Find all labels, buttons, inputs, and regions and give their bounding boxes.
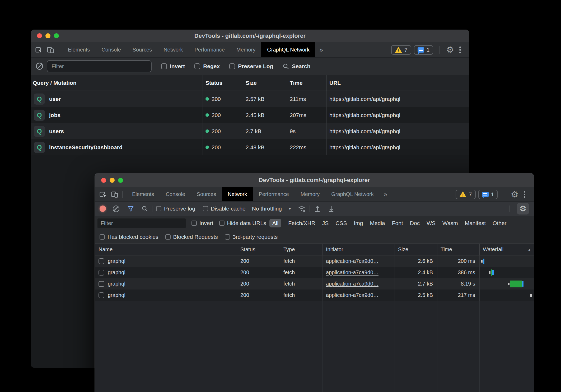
invert-checkbox[interactable] [191, 221, 197, 226]
graphql-filter-input[interactable] [47, 60, 152, 72]
tab-console[interactable]: Console [96, 42, 127, 57]
blocked-requests-checkbox-group[interactable]: Blocked Requests [165, 234, 218, 240]
column-time[interactable]: Time [287, 75, 326, 91]
graphql-request-row[interactable]: Qusers 200 2.7 kB 9s https://gitlab.com/… [31, 123, 469, 139]
request-checkbox[interactable] [99, 281, 104, 287]
close-window-button[interactable] [37, 33, 42, 38]
tab-sources[interactable]: Sources [127, 42, 158, 57]
network-request-row[interactable]: graphql 200 fetch application-a7ca9d0… 2… [95, 278, 534, 290]
network-settings-button[interactable]: ⚙ [517, 203, 529, 214]
import-har-icon[interactable] [314, 205, 321, 213]
hide-data-urls-checkbox-group[interactable]: Hide data URLs [219, 220, 266, 226]
type-filter-doc[interactable]: Doc [406, 219, 423, 227]
tab-elements[interactable]: Elements [126, 187, 160, 201]
type-filter-fetch-xhr[interactable]: Fetch/XHR [285, 219, 319, 227]
has-blocked-cookies-checkbox[interactable] [100, 234, 105, 240]
zoom-window-button[interactable] [118, 178, 123, 183]
column-status[interactable]: Status [237, 244, 280, 255]
column-waterfall[interactable]: Waterfall ▲ [479, 244, 534, 255]
column-status[interactable]: Status [203, 75, 243, 91]
issues-badge[interactable]: 1 [478, 190, 498, 199]
type-filter-img[interactable]: Img [350, 219, 367, 227]
request-checkbox[interactable] [99, 292, 104, 298]
preserve-log-checkbox-group[interactable]: Preserve log [156, 206, 195, 212]
zoom-window-button[interactable] [54, 33, 59, 38]
search-button[interactable]: Search [282, 63, 310, 70]
tab-graphql-network[interactable]: GraphQL Network [325, 187, 379, 201]
graphql-request-row[interactable]: QinstanceSecurityDashboard 200 2.48 kB 2… [31, 139, 469, 155]
initiator-link[interactable]: application-a7ca9d0… [326, 292, 378, 298]
initiator-link[interactable]: application-a7ca9d0… [326, 258, 378, 264]
tab-console[interactable]: Console [160, 187, 191, 201]
disable-cache-checkbox[interactable] [203, 206, 208, 211]
type-filter-all[interactable]: All [269, 219, 281, 227]
column-size[interactable]: Size [243, 75, 287, 91]
regex-checkbox-group[interactable]: Regex [194, 63, 220, 69]
more-tabs-icon[interactable]: » [315, 42, 327, 57]
search-icon[interactable] [141, 205, 148, 212]
type-filter-manifest[interactable]: Manifest [461, 219, 489, 227]
more-options-kebab-icon[interactable] [459, 49, 461, 51]
initiator-link[interactable]: application-a7ca9d0… [326, 269, 378, 276]
inspect-element-icon[interactable] [35, 46, 43, 54]
graphql-request-row[interactable]: Qjobs 200 2.45 kB 207ms https://gitlab.c… [31, 107, 469, 123]
clear-requests-icon[interactable] [36, 63, 43, 70]
clear-network-log-icon[interactable] [113, 206, 119, 212]
more-options-kebab-icon[interactable] [524, 194, 525, 195]
warnings-badge[interactable]: 7 [391, 45, 411, 55]
export-har-icon[interactable] [327, 205, 335, 213]
graphql-request-row[interactable]: Quser 200 2.57 kB 211ms https://gitlab.c… [31, 91, 469, 107]
minimize-window-button[interactable] [45, 33, 50, 38]
network-request-row[interactable]: graphql 200 fetch application-a7ca9d0… 2… [95, 290, 534, 301]
device-toolbar-icon[interactable] [111, 190, 119, 198]
device-toolbar-icon[interactable] [46, 46, 54, 54]
column-time[interactable]: Time [437, 244, 479, 255]
warnings-badge[interactable]: 7 [456, 190, 476, 199]
blocked-requests-checkbox[interactable] [165, 234, 171, 240]
network-request-row[interactable]: graphql 200 fetch application-a7ca9d0… 2… [95, 267, 534, 278]
network-filter-input[interactable] [97, 218, 186, 228]
inspect-element-icon[interactable] [99, 190, 107, 198]
tab-network[interactable]: Network [158, 42, 189, 57]
invert-checkbox-group[interactable]: Invert [161, 63, 185, 69]
regex-checkbox[interactable] [194, 63, 200, 69]
column-name[interactable]: Name [95, 244, 237, 255]
column-size[interactable]: Size [395, 244, 437, 255]
settings-gear-icon[interactable]: ⚙ [446, 45, 454, 54]
column-type[interactable]: Type [280, 244, 322, 255]
type-filter-other[interactable]: Other [489, 219, 510, 227]
type-filter-font[interactable]: Font [389, 219, 406, 227]
type-filter-ws[interactable]: WS [423, 219, 439, 227]
column-query-mutation[interactable]: Query / Mutation [31, 75, 203, 91]
tab-network[interactable]: Network [222, 187, 253, 201]
waterfall-cell[interactable] [479, 278, 534, 290]
issues-badge[interactable]: 1 [414, 45, 433, 55]
column-url[interactable]: URL [326, 75, 469, 91]
waterfall-cell[interactable] [479, 255, 534, 267]
tab-sources[interactable]: Sources [191, 187, 222, 201]
network-conditions-icon[interactable] [297, 204, 306, 213]
titlebar[interactable]: DevTools - gitlab.com/-/graphql-explorer [31, 30, 469, 42]
column-divider[interactable] [322, 301, 323, 392]
close-window-button[interactable] [101, 178, 106, 183]
waterfall-cell[interactable] [479, 267, 534, 278]
has-blocked-cookies-checkbox-group[interactable]: Has blocked cookies [100, 234, 158, 240]
tab-memory[interactable]: Memory [295, 187, 325, 201]
column-divider[interactable] [280, 301, 280, 392]
third-party-requests-checkbox-group[interactable]: 3rd-party requests [225, 234, 278, 240]
waterfall-cell[interactable] [479, 290, 534, 301]
initiator-link[interactable]: application-a7ca9d0… [326, 281, 378, 287]
request-checkbox[interactable] [99, 270, 104, 276]
tab-performance[interactable]: Performance [253, 187, 295, 201]
invert-checkbox-group[interactable]: Invert [191, 220, 213, 226]
request-checkbox[interactable] [99, 258, 104, 264]
filter-funnel-icon[interactable] [127, 205, 134, 212]
type-filter-css[interactable]: CSS [332, 219, 350, 227]
preserve-log-checkbox[interactable] [229, 63, 235, 69]
record-network-log-button[interactable] [100, 206, 106, 212]
throttling-dropdown[interactable]: No throttling ▼ [252, 206, 292, 212]
type-filter-js[interactable]: JS [319, 219, 332, 227]
type-filter-wasm[interactable]: Wasm [439, 219, 461, 227]
tab-memory[interactable]: Memory [231, 42, 261, 57]
more-tabs-icon[interactable]: » [380, 187, 391, 201]
